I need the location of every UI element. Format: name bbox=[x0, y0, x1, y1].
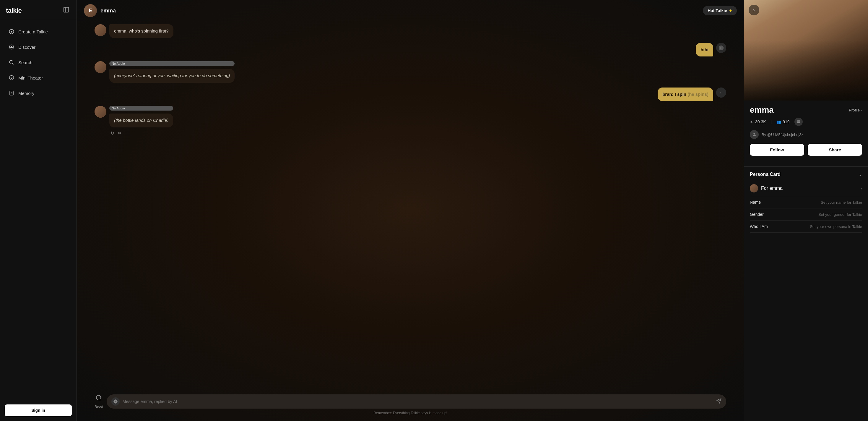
persona-who-i-am-field: Who I Am Set your own persona in Talkie bbox=[750, 220, 862, 233]
message-text: (everyone's staring at you, waiting for … bbox=[114, 73, 230, 78]
ai-bubble: emma: who's spinning first? bbox=[109, 24, 174, 38]
followers-stat: 👥 919 bbox=[776, 119, 789, 124]
follow-button[interactable]: Follow bbox=[750, 144, 804, 156]
svg-rect-0 bbox=[64, 7, 69, 12]
persona-card: Persona Card ⌄ For emma › Name Set your … bbox=[744, 167, 868, 233]
field-gender-label: Gender bbox=[750, 212, 764, 217]
message-group-3: No Audio (the bottle lands on Charlie) ↻… bbox=[109, 106, 173, 136]
ai-avatar bbox=[95, 24, 106, 36]
sidebar-item-create-talkie[interactable]: Create a Talkie bbox=[2, 24, 74, 39]
chat-footer: Reset Remember: Everything Ta bbox=[77, 390, 744, 421]
chat-header: E emma Hot Talkie ✦ bbox=[77, 0, 744, 21]
persona-for-label: For emma bbox=[761, 186, 783, 191]
action-bubble: (everyone's staring at you, waiting for … bbox=[109, 69, 235, 83]
user-bubble: hihi bbox=[696, 43, 713, 57]
user-avatar-small: T bbox=[716, 43, 726, 53]
svg-text:T: T bbox=[720, 91, 721, 94]
message-group-2: No Audio (everyone's staring at you, wai… bbox=[109, 61, 235, 83]
svg-point-7 bbox=[9, 60, 13, 64]
persona-mini-avatar bbox=[750, 184, 758, 192]
sidebar-item-discover[interactable]: Discover bbox=[2, 40, 74, 54]
persona-for-row[interactable]: For emma › bbox=[750, 181, 862, 196]
sidebar-item-search[interactable]: Search bbox=[2, 55, 74, 70]
sidebar: talkie Create a Talkie bbox=[0, 0, 77, 421]
message-text: hihi bbox=[701, 47, 709, 52]
profile-name: emma bbox=[750, 105, 774, 115]
message-action-icons: ↻ ✏ bbox=[109, 130, 173, 136]
persona-gender-field: Gender Set your gender for Talkie bbox=[750, 208, 862, 220]
reset-icon bbox=[95, 395, 102, 403]
hot-talkie-badge: Hot Talkie ✦ bbox=[703, 6, 737, 16]
svg-point-26 bbox=[753, 133, 755, 134]
chat-character-avatar: E bbox=[84, 4, 97, 17]
chat-messages: emma: who's spinning first? T hihi bbox=[77, 21, 744, 390]
message-input-wrapper bbox=[107, 394, 726, 409]
edit-icon[interactable]: ✏ bbox=[118, 130, 122, 136]
hot-talkie-label: Hot Talkie bbox=[708, 8, 727, 13]
message-input[interactable] bbox=[123, 399, 713, 404]
right-panel: › emma Profile › 👁 30.3K | 👥 919 bbox=[744, 0, 868, 421]
message-row: emma: who's spinning first? bbox=[95, 24, 726, 38]
chat-input-row: Reset bbox=[95, 394, 726, 409]
svg-point-5 bbox=[9, 45, 14, 49]
svg-text:T: T bbox=[720, 47, 721, 49]
chevron-right-button[interactable]: › bbox=[749, 5, 759, 16]
message-text: bran: I spin bbox=[662, 92, 687, 97]
views-count: 30.3K bbox=[755, 119, 766, 124]
stat-badge bbox=[795, 118, 803, 126]
ai-avatar-3 bbox=[95, 106, 106, 118]
svg-rect-23 bbox=[797, 120, 800, 123]
svg-point-9 bbox=[9, 76, 14, 80]
svg-point-20 bbox=[115, 400, 116, 402]
message-group: emma: who's spinning first? bbox=[109, 24, 174, 38]
reset-label: Reset bbox=[95, 405, 103, 408]
sidebar-item-label-create-talkie: Create a Talkie bbox=[18, 29, 48, 34]
mini-theater-icon bbox=[8, 74, 15, 81]
refresh-icon[interactable]: ↻ bbox=[111, 130, 114, 136]
action-buttons: Follow Share bbox=[750, 144, 862, 156]
stats-row: 👁 30.3K | 👥 919 bbox=[750, 118, 862, 126]
search-icon bbox=[8, 59, 15, 66]
toggle-sidebar-button[interactable] bbox=[62, 5, 71, 16]
persona-for: For emma bbox=[750, 184, 783, 192]
persona-collapse-icon[interactable]: ⌄ bbox=[858, 172, 862, 177]
main-chat: E emma Hot Talkie ✦ emma: who's spinning… bbox=[77, 0, 744, 421]
sidebar-header: talkie bbox=[0, 0, 76, 20]
field-gender-value: Set your gender for Talkie bbox=[818, 212, 862, 217]
persona-card-title: Persona Card bbox=[750, 172, 780, 177]
reset-button[interactable]: Reset bbox=[95, 395, 103, 408]
ai-input-icon bbox=[112, 397, 120, 405]
svg-marker-6 bbox=[11, 46, 12, 48]
profile-link[interactable]: Profile › bbox=[849, 108, 862, 112]
field-who-i-am-value: Set your own persona in Talkie bbox=[810, 224, 862, 229]
sparkle-icon: ✦ bbox=[729, 8, 732, 13]
profile-image: › bbox=[744, 0, 868, 100]
sidebar-item-memory[interactable]: Memory bbox=[2, 86, 74, 100]
message-row-user: T hihi bbox=[95, 43, 726, 57]
sidebar-item-label-memory: Memory bbox=[18, 91, 34, 96]
sign-in-section: Sign in bbox=[5, 404, 72, 416]
field-name-label: Name bbox=[750, 200, 761, 205]
ai-avatar-2 bbox=[95, 61, 106, 73]
sidebar-item-mini-theater[interactable]: Mini Theater bbox=[2, 70, 74, 85]
persona-arrow-icon: › bbox=[861, 186, 862, 191]
message-text: emma: who's spinning first? bbox=[114, 28, 169, 33]
footer-note: Remember: Everything Talkie says is made… bbox=[373, 411, 447, 415]
message-row-ai-2: No Audio (everyone's staring at you, wai… bbox=[95, 61, 726, 83]
followers-icon: 👥 bbox=[776, 120, 781, 124]
svg-point-10 bbox=[11, 77, 12, 79]
creator-label: By @U-M5fUjshsjehdj3z bbox=[762, 132, 803, 137]
field-name-value: Set your name for Talkie bbox=[821, 200, 862, 205]
action-bubble-2: (the bottle lands on Charlie) bbox=[109, 114, 173, 127]
no-audio-badge: No Audio bbox=[109, 61, 235, 66]
sidebar-item-label-search: Search bbox=[18, 60, 32, 65]
sidebar-nav: Create a Talkie Discover Search bbox=[0, 20, 76, 400]
message-row-user-2: T bran: I spin (he spins) bbox=[95, 88, 726, 101]
svg-line-8 bbox=[12, 63, 13, 64]
sign-in-button[interactable]: Sign in bbox=[5, 404, 72, 416]
share-button[interactable]: Share bbox=[808, 144, 862, 156]
message-row-ai-3: No Audio (the bottle lands on Charlie) ↻… bbox=[95, 106, 726, 136]
message-text: (the bottle lands on Charlie) bbox=[114, 118, 168, 123]
user-bubble-wrapper: hihi bbox=[696, 43, 713, 57]
send-button[interactable] bbox=[716, 398, 721, 405]
